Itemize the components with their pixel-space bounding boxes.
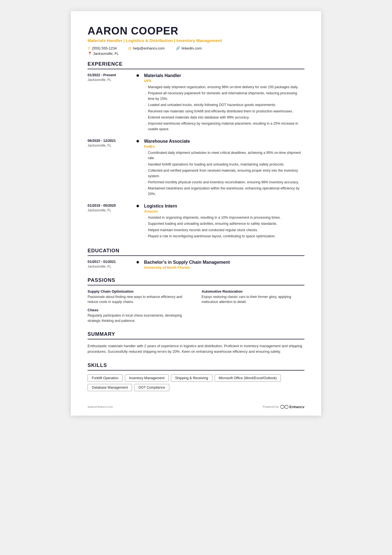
enhancv-infinity-icon — [281, 404, 288, 409]
fedex-dot-circle — [137, 140, 139, 142]
fedex-bullet-4: Performed monthly physical counts and in… — [144, 180, 304, 185]
fedex-bullet-2: Handled forklift operations for loading … — [144, 162, 304, 167]
education-title: EDUCATION — [88, 248, 304, 254]
skill-database: Database Management — [88, 384, 132, 391]
summary-section: SUMMARY Enthusiastic materials handler w… — [88, 331, 304, 355]
passion-automotive-desc: Enjoys restoring classic cars to their f… — [202, 294, 304, 305]
header: AARON COOPER Materials Handler | Logisti… — [88, 25, 304, 56]
skills-grid: Forklift Operation Inventory Management … — [88, 374, 304, 391]
entry-left-ups: 01/2022 - Present Jacksonville, FL — [88, 73, 136, 133]
amazon-content: Logistics Intern Amazon Assisted in orga… — [144, 204, 304, 240]
email-icon: @ — [128, 46, 132, 50]
fedex-bullet-5: Maintained cleanliness and organization … — [144, 186, 304, 197]
passion-chess-title: Chess — [88, 308, 190, 312]
amazon-dot — [136, 204, 139, 240]
passions-section: PASSIONS Supply Chain Optimization Passi… — [88, 277, 304, 324]
fedex-job-title: Warehouse Associate — [144, 139, 304, 144]
page-footer: www.enhancv.com Powered by Enhancv — [88, 404, 304, 409]
resume-page: AARON COOPER Materials Handler | Logisti… — [71, 11, 321, 416]
passion-supply-chain-desc: Passionate about finding new ways to enh… — [88, 294, 190, 305]
ups-bullet-2: Prepared all necessary paperwork for dom… — [144, 91, 304, 102]
phone-contact: ✆ (555) 555-1234 — [88, 46, 117, 50]
edu-dot-circle — [137, 261, 139, 263]
phone-icon: ✆ — [88, 46, 91, 50]
skill-forklift: Forklift Operation — [88, 374, 123, 382]
experience-entry-ups: 01/2022 - Present Jacksonville, FL Mater… — [88, 73, 304, 133]
skill-dot: DOT Compliance — [134, 384, 169, 391]
experience-entry-amazon: 01/2019 - 05/2020 Jacksonville, FL Logis… — [88, 204, 304, 240]
fedex-bullet-1: Coordinated daily shipment schedules to … — [144, 150, 304, 161]
amazon-bullets: Assisted in organizing shipments, result… — [144, 215, 304, 239]
skill-microsoft: Microsoft Office (Word/Excel/Outlook) — [215, 374, 281, 382]
edu-dates: 01/2017 - 01/2021 — [88, 260, 131, 264]
passion-chess: Chess Regularly participates in local ch… — [88, 308, 190, 324]
amazon-bullet-4: Played a role in reconfiguring warehouse… — [144, 234, 304, 239]
linkedin-contact: 🔗 linkedin.com — [176, 46, 202, 50]
ups-content: Materials Handler UPS Managed daily ship… — [144, 73, 304, 133]
entry-left-amazon: 01/2019 - 05/2020 Jacksonville, FL — [88, 204, 136, 240]
edu-degree: Bachelor's in Supply Chain Management — [144, 260, 304, 265]
education-divider — [88, 255, 304, 256]
location-text: Jacksonville, FL — [93, 51, 119, 56]
amazon-job-title: Logistics Intern — [144, 204, 304, 209]
summary-divider — [88, 339, 304, 339]
skills-section: SKILLS Forklift Operation Inventory Mana… — [88, 362, 304, 391]
passion-supply-chain: Supply Chain Optimization Passionate abo… — [88, 289, 190, 305]
experience-divider — [88, 69, 304, 69]
ups-bullet-5: Entered received materials data into dat… — [144, 115, 304, 120]
amazon-bullet-1: Assisted in organizing shipments, result… — [144, 215, 304, 220]
ups-dot-circle — [137, 74, 139, 77]
passions-grid: Supply Chain Optimization Passionate abo… — [88, 289, 304, 324]
edu-left: 01/2017 - 01/2021 Jacksonville, FL — [88, 260, 136, 270]
email-contact: @ help@enhancv.com — [128, 46, 165, 50]
skill-shipping: Shipping & Receiving — [171, 374, 212, 382]
fedex-location: Jacksonville, FL — [88, 144, 131, 147]
ups-bullets: Managed daily shipment organization, ens… — [144, 85, 304, 132]
amazon-dates: 01/2019 - 05/2020 — [88, 204, 131, 208]
passions-divider — [88, 285, 304, 285]
ups-bullet-6: Improved warehouse efficiency by reorgan… — [144, 121, 304, 132]
edu-location: Jacksonville, FL — [88, 265, 131, 268]
candidate-title: Materials Handler | Logistics & Distribu… — [88, 38, 304, 43]
ups-bullet-4: Received raw materials using forklift an… — [144, 109, 304, 114]
education-section: EDUCATION 01/2017 - 01/2021 Jacksonville… — [88, 248, 304, 270]
amazon-company: Amazon — [144, 209, 304, 213]
footer-website: www.enhancv.com — [88, 405, 113, 408]
ups-bullet-1: Managed daily shipment organization, ens… — [144, 85, 304, 90]
fedex-content: Warehouse Associate FedEx Coordinated da… — [144, 139, 304, 198]
passion-automotive: Automotive Restoration Enjoys restoring … — [202, 289, 304, 305]
contact-row: ✆ (555) 555-1234 @ help@enhancv.com 🔗 li… — [88, 46, 304, 50]
ups-dot — [136, 73, 139, 133]
passion-supply-chain-title: Supply Chain Optimization — [88, 289, 190, 293]
ups-bullet-3: Loaded and unloaded trucks, strictly fol… — [144, 102, 304, 108]
ups-company: UPS — [144, 79, 304, 83]
amazon-dot-circle — [137, 205, 139, 207]
footer-powered-by: Powered by Enhancv — [263, 404, 304, 409]
amazon-location: Jacksonville, FL — [88, 208, 131, 212]
location-row: 📍 Jacksonville, FL — [88, 51, 304, 56]
experience-section: EXPERIENCE 01/2022 - Present Jacksonvill… — [88, 61, 304, 240]
powered-by-text: Powered by — [263, 405, 279, 408]
ups-location: Jacksonville, FL — [88, 78, 131, 82]
amazon-bullet-3: Helped maintain inventory records and co… — [144, 228, 304, 233]
enhancv-logo: Enhancv — [281, 404, 304, 409]
passions-title: PASSIONS — [88, 277, 304, 283]
location-icon: 📍 — [88, 51, 92, 56]
summary-title: SUMMARY — [88, 331, 304, 337]
amazon-bullet-2: Supported loading and unloading activiti… — [144, 221, 304, 226]
fedex-bullets: Coordinated daily shipment schedules to … — [144, 150, 304, 197]
education-entry: 01/2017 - 01/2021 Jacksonville, FL Bache… — [88, 260, 304, 270]
skills-title: SKILLS — [88, 362, 304, 368]
fedex-bullet-3: Collected and verified paperwork from re… — [144, 168, 304, 179]
fedex-company: FedEx — [144, 144, 304, 149]
summary-text: Enthusiastic materials handler with 2 ye… — [88, 343, 304, 355]
experience-entry-fedex: 06/2020 - 12/2021 Jacksonville, FL Wareh… — [88, 139, 304, 198]
passion-automotive-title: Automotive Restoration — [202, 289, 304, 293]
ups-dates: 01/2022 - Present — [88, 73, 131, 77]
edu-dot — [136, 260, 139, 270]
enhancv-brand-name: Enhancv — [289, 405, 304, 409]
experience-title: EXPERIENCE — [88, 61, 304, 67]
fedex-dot — [136, 139, 139, 198]
edu-content: Bachelor's in Supply Chain Management Un… — [144, 260, 304, 270]
ups-job-title: Materials Handler — [144, 73, 304, 78]
